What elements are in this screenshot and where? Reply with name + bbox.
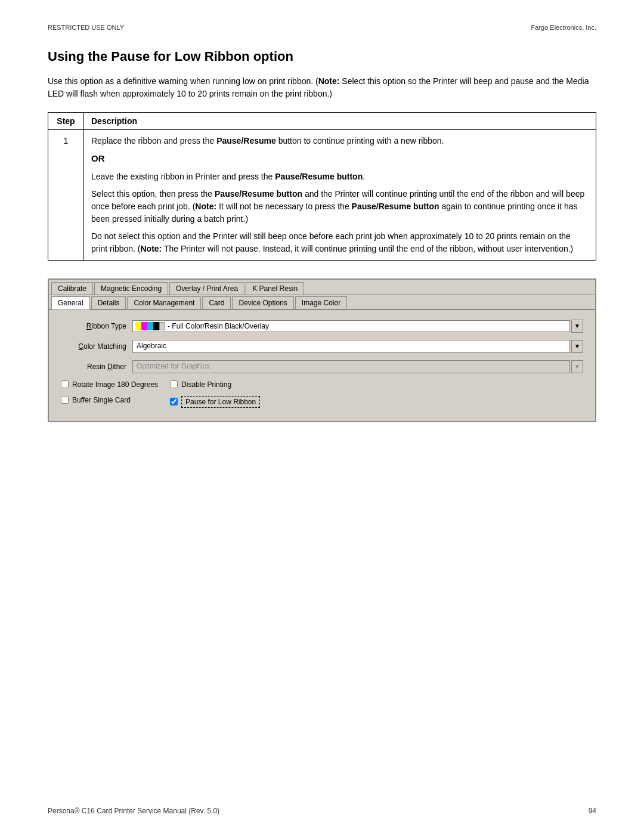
checkbox-buffer-single-card-input[interactable] (61, 396, 69, 404)
checkbox-disable-printing: Disable Printing (170, 380, 260, 389)
ribbon-type-dropdown-arrow[interactable]: ▼ (571, 320, 583, 333)
color-swatch-m (141, 322, 147, 330)
dialog-content: Ribbon Type - Full Color/Resin Black/Ove… (49, 310, 595, 421)
resin-dither-label-d: D (107, 363, 113, 371)
intro-paragraph: Use this option as a definitive warning … (48, 75, 596, 100)
ribbon-type-value: - Full Color/Resin Black/Overlay (168, 322, 269, 330)
page-footer: Persona® C16 Card Printer Service Manual… (48, 807, 596, 815)
color-swatch-o (159, 322, 165, 330)
ribbon-type-label: Ribbon Type (61, 322, 132, 330)
page-header: RESTRICTED USE ONLY Fargo Electronics, I… (48, 24, 596, 31)
desc-or: OR (91, 152, 589, 166)
tab-color-management[interactable]: Color Management (127, 296, 201, 309)
tab-details[interactable]: Details (91, 296, 126, 309)
resin-dither-control: Optimized for Graphics ▼ (132, 360, 583, 373)
checkbox-disable-printing-label: Disable Printing (181, 380, 231, 389)
tab-magnetic-encoding[interactable]: Magnetic Encoding (94, 282, 168, 295)
desc-p2: Leave the existing ribbon in Printer and… (91, 171, 589, 183)
checkbox-rotate-image-input[interactable] (61, 380, 69, 388)
resin-dither-label: Resin Dither (61, 363, 132, 371)
table-row: 1 Replace the ribbon and press the Pause… (48, 130, 596, 261)
checkbox-pause-low-ribbon-label: Pause for Low Ribbon (181, 396, 260, 408)
page: RESTRICTED USE ONLY Fargo Electronics, I… (0, 0, 644, 833)
checkbox-col-right: Disable Printing Pause for Low Ribbon (170, 380, 260, 411)
tab-card[interactable]: Card (202, 296, 231, 309)
tab-overlay-print-area[interactable]: Overlay / Print Area (169, 282, 244, 295)
color-swatch-k (153, 322, 159, 330)
ribbon-color-swatches (135, 322, 165, 330)
step-number: 1 (48, 130, 84, 261)
dialog-tabs-row1: Calibrate Magnetic Encoding Overlay / Pr… (49, 280, 595, 295)
resin-dither-row: Resin Dither Optimized for Graphics ▼ (61, 360, 583, 373)
tab-k-panel-resin[interactable]: K Panel Resin (246, 282, 304, 295)
tab-calibrate[interactable]: Calibrate (51, 282, 93, 295)
col-step: Step (48, 113, 84, 130)
col-description: Description (84, 113, 596, 130)
color-matching-label-c: C (78, 342, 83, 351)
tab-image-color[interactable]: Image Color (295, 296, 347, 309)
resin-dither-value: Optimized for Graphics (132, 360, 570, 373)
checkbox-pause-low-ribbon-input[interactable] (170, 398, 178, 405)
ribbon-type-row: Ribbon Type - Full Color/Resin Black/Ove… (61, 320, 583, 333)
checkbox-rotate-image-label: Rotate Image 180 Degrees (72, 380, 158, 389)
tab-general[interactable]: General (51, 296, 90, 309)
footer-left: Persona® C16 Card Printer Service Manual… (48, 807, 219, 815)
ribbon-type-display[interactable]: - Full Color/Resin Black/Overlay (132, 320, 570, 332)
checkbox-disable-printing-input[interactable] (170, 380, 178, 388)
intro-note-label: Note: (318, 76, 340, 86)
footer-right: 94 (589, 807, 596, 815)
step-table: Step Description 1 Replace the ribbon an… (48, 112, 596, 261)
ribbon-type-control: - Full Color/Resin Black/Overlay ▼ (132, 320, 583, 333)
color-matching-value[interactable]: Algebraic (132, 340, 570, 353)
header-right: Fargo Electronics, Inc. (531, 24, 596, 31)
checkbox-col-left: Rotate Image 180 Degrees Buffer Single C… (61, 380, 158, 411)
desc-p4: Do not select this option and the Printe… (91, 230, 589, 255)
checkbox-rotate-image: Rotate Image 180 Degrees (61, 380, 158, 389)
color-swatch-y (135, 322, 141, 330)
checkbox-buffer-single-card: Buffer Single Card (61, 396, 158, 404)
color-matching-control: Algebraic ▼ (132, 340, 583, 353)
dialog-box: Calibrate Magnetic Encoding Overlay / Pr… (48, 278, 596, 422)
tab-device-options[interactable]: Device Options (232, 296, 293, 309)
ribbon-type-label-r: R (86, 322, 92, 330)
desc-p1: Replace the ribbon and press the Pause/R… (91, 135, 589, 147)
resin-dither-dropdown-arrow[interactable]: ▼ (571, 360, 583, 373)
checkbox-buffer-single-card-label: Buffer Single Card (72, 396, 131, 404)
checkboxes-section: Rotate Image 180 Degrees Buffer Single C… (61, 380, 583, 411)
checkbox-pause-low-ribbon: Pause for Low Ribbon (170, 396, 260, 408)
color-matching-label: Color Matching (61, 342, 132, 351)
header-left: RESTRICTED USE ONLY (48, 24, 124, 31)
desc-p3: Select this option, then press the Pause… (91, 188, 589, 225)
color-matching-dropdown-arrow[interactable]: ▼ (571, 340, 583, 353)
color-swatch-c (147, 322, 153, 330)
step-description: Replace the ribbon and press the Pause/R… (84, 130, 596, 261)
color-matching-row: Color Matching Algebraic ▼ (61, 340, 583, 353)
dialog-tabs-row2: General Details Color Management Card De… (49, 295, 595, 310)
page-title: Using the Pause for Low Ribbon option (48, 49, 596, 64)
